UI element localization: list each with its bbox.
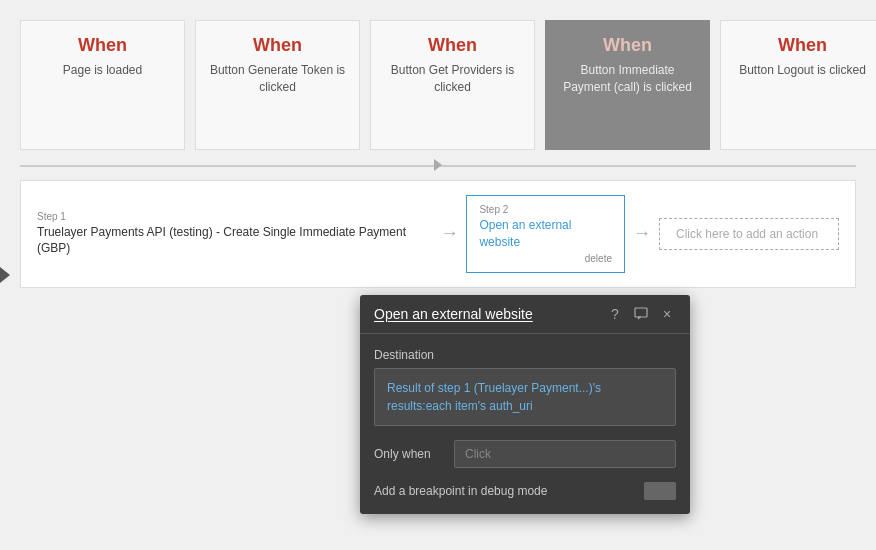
popup-panel: Open an external website ? × Destination… — [360, 295, 690, 514]
popup-body: Destination Result of step 1 (Truelayer … — [360, 334, 690, 514]
trigger-card-4[interactable]: When Button Immediate Payment (call) is … — [545, 20, 710, 150]
popup-header: Open an external website ? × — [360, 295, 690, 334]
step-arrow-1: → — [440, 223, 458, 244]
left-edge-arrow — [0, 267, 10, 283]
destination-label: Destination — [374, 348, 676, 362]
only-when-row: Only when Click — [374, 440, 676, 468]
connector-arrow — [434, 159, 442, 171]
trigger-card-3[interactable]: When Button Get Providers is clicked — [370, 20, 535, 150]
destination-box[interactable]: Result of step 1 (Truelayer Payment...)'… — [374, 368, 676, 426]
step-2-delete[interactable]: delete — [479, 253, 612, 264]
step-arrow-2: → — [633, 223, 651, 244]
triggers-container: When Page is loaded When Button Generate… — [0, 0, 876, 150]
trigger-4-desc: Button Immediate Payment (call) is click… — [556, 62, 699, 96]
trigger-card-1[interactable]: When Page is loaded — [20, 20, 185, 150]
trigger-card-2[interactable]: When Button Generate Token is clicked — [195, 20, 360, 150]
only-when-label: Only when — [374, 447, 444, 461]
trigger-2-desc: Button Generate Token is clicked — [206, 62, 349, 96]
steps-container: Step 1 Truelayer Payments API (testing) … — [20, 180, 856, 288]
step-2-label: Step 2 — [479, 204, 612, 215]
add-action-box[interactable]: Click here to add an action — [659, 218, 839, 250]
trigger-5-when: When — [778, 35, 827, 56]
close-icon[interactable]: × — [658, 305, 676, 323]
svg-rect-0 — [635, 308, 647, 317]
step-1-box: Step 1 Truelayer Payments API (testing) … — [37, 211, 432, 258]
destination-text: Result of step 1 (Truelayer Payment...)'… — [387, 379, 663, 415]
connector-bar — [20, 150, 856, 180]
step-1-label: Step 1 — [37, 211, 432, 222]
breakpoint-row: Add a breakpoint in debug mode — [374, 482, 676, 500]
only-when-placeholder: Click — [465, 447, 491, 461]
breakpoint-label: Add a breakpoint in debug mode — [374, 484, 547, 498]
step-1-desc: Truelayer Payments API (testing) - Creat… — [37, 224, 432, 258]
trigger-card-5[interactable]: When Button Logout is clicked — [720, 20, 876, 150]
help-icon[interactable]: ? — [606, 305, 624, 323]
add-action-label: Click here to add an action — [676, 227, 818, 241]
trigger-5-desc: Button Logout is clicked — [739, 62, 866, 79]
trigger-3-desc: Button Get Providers is clicked — [381, 62, 524, 96]
popup-title: Open an external website — [374, 306, 533, 322]
only-when-input[interactable]: Click — [454, 440, 676, 468]
step-2-box[interactable]: Step 2 Open an external website delete — [466, 195, 625, 273]
comment-icon[interactable] — [632, 305, 650, 323]
breakpoint-toggle[interactable] — [644, 482, 676, 500]
trigger-3-when: When — [428, 35, 477, 56]
step-2-desc: Open an external website — [479, 217, 612, 251]
trigger-1-desc: Page is loaded — [63, 62, 142, 79]
trigger-2-when: When — [253, 35, 302, 56]
trigger-1-when: When — [78, 35, 127, 56]
popup-header-icons: ? × — [606, 305, 676, 323]
trigger-4-when: When — [603, 35, 652, 56]
